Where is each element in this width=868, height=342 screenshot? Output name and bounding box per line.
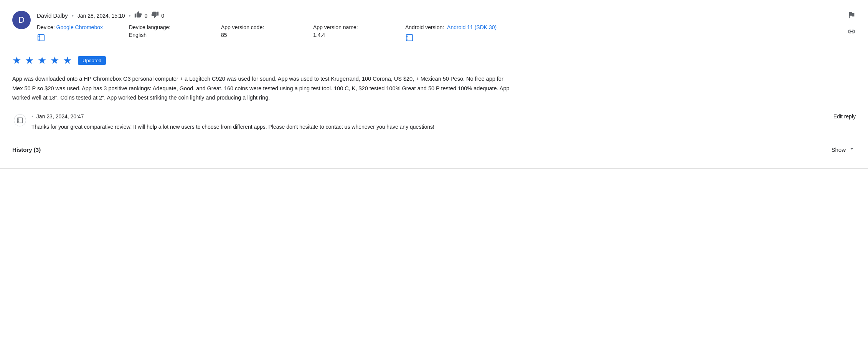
header-meta: David Dalby • Jan 28, 2024, 15:10 • 0 (37, 11, 856, 45)
app-version-code-value: 85 (221, 32, 298, 38)
thumbs-down-count: 0 (161, 13, 164, 19)
app-version-name-label: App version name: (313, 24, 390, 30)
link-icon[interactable] (847, 27, 856, 38)
device-field: Device: Google Chromebox (37, 24, 114, 44)
header-actions (847, 11, 856, 38)
review-body: App was downloaded onto a HP Chromebox G… (12, 74, 511, 103)
chevron-down-icon (848, 145, 856, 154)
android-version-link[interactable]: Android 11 (SDK 30) (447, 24, 497, 30)
header-top: David Dalby • Jan 28, 2024, 15:10 • 0 (37, 11, 856, 20)
device-link[interactable]: Google Chromebox (56, 24, 103, 30)
android-version-field: Android version: Android 11 (SDK 30) (405, 24, 497, 44)
history-show-button[interactable]: Show (831, 145, 856, 154)
reply-section: ● Jan 23, 2024, 20:47 Edit reply Thanks … (12, 113, 856, 131)
device-screenshot-icon[interactable] (37, 33, 114, 44)
svg-rect-2 (17, 118, 23, 123)
device-info-row: Device: Google Chromebox Device language… (37, 24, 856, 44)
updated-badge: Updated (78, 56, 106, 65)
thumbs-up-group: 0 (134, 11, 147, 20)
dot-separator-1: • (72, 13, 74, 19)
reply-date: Jan 23, 2024, 20:47 (36, 113, 84, 120)
app-version-name-field: App version name: 1.4.4 (313, 24, 390, 38)
device-label: Device: Google Chromebox (37, 24, 114, 30)
star-4: ★ (50, 55, 59, 66)
dot-separator-2: • (129, 13, 131, 19)
star-5: ★ (63, 55, 72, 66)
flag-icon[interactable] (847, 11, 856, 21)
reply-content: ● Jan 23, 2024, 20:47 Edit reply Thanks … (31, 113, 856, 131)
star-2: ★ (25, 55, 34, 66)
review-card: D David Dalby • Jan 28, 2024, 15:10 • 0 (0, 0, 868, 169)
app-version-code-label: App version code: (221, 24, 298, 30)
svg-rect-0 (38, 35, 45, 41)
history-section: History (3) Show (12, 142, 856, 158)
stars-row: ★ ★ ★ ★ ★ Updated (12, 55, 856, 66)
device-language-field: Device language: English (129, 24, 206, 38)
history-show-label: Show (831, 146, 846, 153)
avatar: D (12, 11, 31, 29)
android-screenshot-icon[interactable] (405, 33, 497, 44)
reply-avatar-icon (14, 114, 26, 126)
thumbs-down-group: 0 (151, 11, 164, 20)
device-language-value: English (129, 32, 206, 38)
review-header: D David Dalby • Jan 28, 2024, 15:10 • 0 (12, 11, 856, 45)
reply-text: Thanks for your great comparative review… (31, 123, 492, 131)
thumbs-down-icon[interactable] (151, 11, 159, 20)
review-date: Jan 28, 2024, 15:10 (78, 13, 125, 19)
app-version-name-value: 1.4.4 (313, 32, 390, 38)
reply-dot: ● (31, 115, 33, 118)
thumbs-up-icon[interactable] (134, 11, 142, 20)
star-3: ★ (38, 55, 46, 66)
star-1: ★ (12, 55, 21, 66)
history-label: History (3) (12, 146, 41, 153)
android-version-label: Android version: Android 11 (SDK 30) (405, 24, 497, 30)
edit-reply-button[interactable]: Edit reply (833, 113, 856, 120)
reviewer-name: David Dalby (37, 12, 68, 19)
device-language-label: Device language: (129, 24, 206, 30)
svg-rect-1 (406, 35, 413, 41)
reply-meta: ● Jan 23, 2024, 20:47 Edit reply (31, 113, 856, 120)
thumbs-up-count: 0 (144, 13, 147, 19)
app-version-code-field: App version code: 85 (221, 24, 298, 38)
